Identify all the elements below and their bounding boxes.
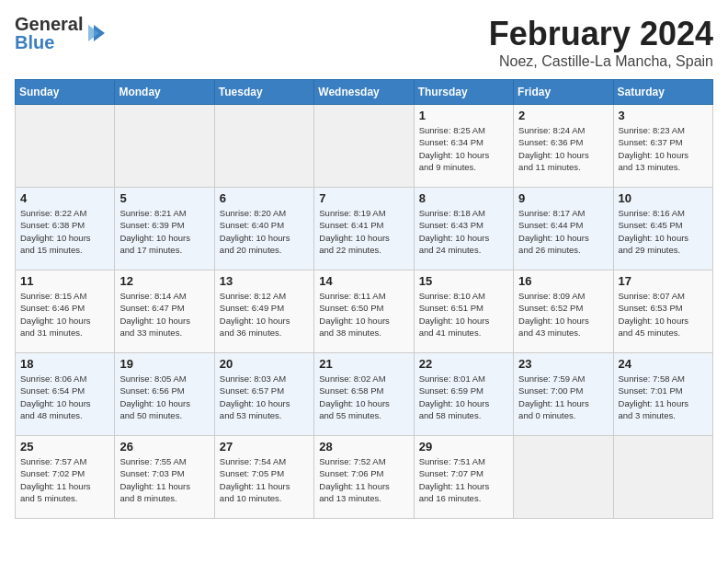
day-info: Sunrise: 7:58 AMSunset: 7:01 PMDaylight:…: [619, 373, 708, 421]
day-number: 19: [119, 357, 209, 371]
month-title: February 2024: [489, 15, 713, 53]
col-header-saturday: Saturday: [613, 80, 712, 105]
calendar-cell: 8Sunrise: 8:18 AMSunset: 6:43 PMDaylight…: [414, 188, 513, 270]
day-info: Sunrise: 8:09 AMSunset: 6:52 PMDaylight:…: [518, 290, 608, 339]
calendar-cell: 1Sunrise: 8:25 AMSunset: 6:34 PMDaylight…: [414, 105, 513, 188]
calendar-cell: [115, 105, 214, 188]
calendar-cell: 3Sunrise: 8:23 AMSunset: 6:37 PMDaylight…: [613, 105, 712, 188]
calendar-cell: 12Sunrise: 8:14 AMSunset: 6:47 PMDayligh…: [115, 270, 214, 353]
col-header-wednesday: Wednesday: [314, 80, 414, 105]
col-header-friday: Friday: [514, 80, 613, 105]
calendar-cell: 23Sunrise: 7:59 AMSunset: 7:00 PMDayligh…: [514, 353, 613, 436]
day-number: 3: [619, 109, 708, 122]
calendar-cell: 18Sunrise: 8:06 AMSunset: 6:54 PMDayligh…: [16, 353, 115, 436]
header: General Blue February 2024 Noez, Castill…: [15, 15, 713, 70]
day-info: Sunrise: 8:20 AMSunset: 6:40 PMDaylight:…: [220, 207, 309, 256]
calendar-cell: 15Sunrise: 8:10 AMSunset: 6:51 PMDayligh…: [414, 270, 513, 353]
calendar-cell: 2Sunrise: 8:24 AMSunset: 6:36 PMDaylight…: [514, 105, 613, 188]
day-number: 20: [220, 357, 309, 371]
day-info: Sunrise: 8:03 AMSunset: 6:57 PMDaylight:…: [220, 373, 309, 421]
calendar-cell: 28Sunrise: 7:52 AMSunset: 7:06 PMDayligh…: [314, 436, 414, 519]
day-info: Sunrise: 8:15 AMSunset: 6:46 PMDaylight:…: [20, 290, 109, 339]
day-info: Sunrise: 7:51 AMSunset: 7:07 PMDaylight:…: [419, 455, 508, 504]
day-info: Sunrise: 8:11 AMSunset: 6:50 PMDaylight:…: [319, 290, 408, 339]
day-number: 16: [518, 274, 608, 288]
calendar-cell: 29Sunrise: 7:51 AMSunset: 7:07 PMDayligh…: [414, 436, 513, 519]
calendar-cell: 21Sunrise: 8:02 AMSunset: 6:58 PMDayligh…: [314, 353, 414, 436]
day-info: Sunrise: 7:59 AMSunset: 7:00 PMDaylight:…: [518, 373, 608, 421]
day-number: 8: [419, 191, 508, 205]
col-header-tuesday: Tuesday: [214, 80, 313, 105]
day-number: 22: [419, 357, 508, 371]
calendar-cell: 17Sunrise: 8:07 AMSunset: 6:53 PMDayligh…: [613, 270, 712, 353]
day-number: 10: [619, 191, 708, 205]
day-info: Sunrise: 8:25 AMSunset: 6:34 PMDaylight:…: [419, 124, 508, 173]
calendar-cell: [514, 436, 613, 519]
calendar-cell: 5Sunrise: 8:21 AMSunset: 6:39 PMDaylight…: [115, 188, 214, 270]
calendar-cell: 13Sunrise: 8:12 AMSunset: 6:49 PMDayligh…: [214, 270, 313, 353]
logo-general: General: [15, 15, 83, 33]
day-info: Sunrise: 8:14 AMSunset: 6:47 PMDaylight:…: [119, 290, 209, 339]
day-number: 15: [419, 274, 508, 288]
day-number: 21: [319, 357, 408, 371]
logo-blue: Blue: [15, 33, 83, 52]
day-number: 13: [220, 274, 309, 288]
day-info: Sunrise: 8:07 AMSunset: 6:53 PMDaylight:…: [619, 290, 708, 339]
day-number: 27: [220, 440, 309, 454]
day-number: 2: [518, 109, 608, 122]
day-number: 23: [518, 357, 608, 371]
day-number: 12: [119, 274, 209, 288]
calendar-cell: 26Sunrise: 7:55 AMSunset: 7:03 PMDayligh…: [115, 436, 214, 519]
day-info: Sunrise: 8:22 AMSunset: 6:38 PMDaylight:…: [20, 207, 109, 256]
calendar-cell: 22Sunrise: 8:01 AMSunset: 6:59 PMDayligh…: [414, 353, 513, 436]
calendar-cell: 20Sunrise: 8:03 AMSunset: 6:57 PMDayligh…: [214, 353, 313, 436]
day-info: Sunrise: 7:57 AMSunset: 7:02 PMDaylight:…: [20, 455, 109, 504]
calendar-cell: [16, 105, 115, 188]
day-info: Sunrise: 8:19 AMSunset: 6:41 PMDaylight:…: [319, 207, 408, 256]
calendar-cell: 24Sunrise: 7:58 AMSunset: 7:01 PMDayligh…: [613, 353, 712, 436]
day-info: Sunrise: 8:23 AMSunset: 6:37 PMDaylight:…: [619, 124, 708, 173]
col-header-sunday: Sunday: [16, 80, 115, 105]
day-info: Sunrise: 8:17 AMSunset: 6:44 PMDaylight:…: [518, 207, 608, 256]
day-number: 9: [518, 191, 608, 205]
title-section: February 2024 Noez, Castille-La Mancha, …: [489, 15, 713, 70]
calendar-cell: 14Sunrise: 8:11 AMSunset: 6:50 PMDayligh…: [314, 270, 414, 353]
day-number: 5: [119, 191, 209, 205]
col-header-monday: Monday: [115, 80, 214, 105]
day-info: Sunrise: 7:55 AMSunset: 7:03 PMDaylight:…: [119, 455, 209, 504]
day-number: 1: [419, 109, 508, 122]
day-info: Sunrise: 8:05 AMSunset: 6:56 PMDaylight:…: [119, 373, 209, 421]
calendar-cell: 7Sunrise: 8:19 AMSunset: 6:41 PMDaylight…: [314, 188, 414, 270]
calendar-cell: 27Sunrise: 7:54 AMSunset: 7:05 PMDayligh…: [214, 436, 313, 519]
calendar-cell: [214, 105, 313, 188]
day-info: Sunrise: 8:21 AMSunset: 6:39 PMDaylight:…: [119, 207, 209, 256]
day-info: Sunrise: 7:52 AMSunset: 7:06 PMDaylight:…: [319, 455, 408, 504]
day-number: 25: [20, 440, 109, 454]
calendar-cell: 16Sunrise: 8:09 AMSunset: 6:52 PMDayligh…: [514, 270, 613, 353]
day-number: 24: [619, 357, 708, 371]
day-number: 28: [319, 440, 408, 454]
day-number: 17: [619, 274, 708, 288]
calendar-cell: 10Sunrise: 8:16 AMSunset: 6:45 PMDayligh…: [613, 188, 712, 270]
calendar-cell: [314, 105, 414, 188]
day-info: Sunrise: 8:02 AMSunset: 6:58 PMDaylight:…: [319, 373, 408, 421]
col-header-thursday: Thursday: [414, 80, 513, 105]
day-number: 7: [319, 191, 408, 205]
calendar-cell: 25Sunrise: 7:57 AMSunset: 7:02 PMDayligh…: [16, 436, 115, 519]
day-number: 11: [20, 274, 109, 288]
day-number: 6: [220, 191, 309, 205]
calendar-cell: [613, 436, 712, 519]
day-number: 29: [419, 440, 508, 454]
day-info: Sunrise: 8:12 AMSunset: 6:49 PMDaylight:…: [220, 290, 309, 339]
calendar-table: SundayMondayTuesdayWednesdayThursdayFrid…: [15, 79, 713, 519]
day-number: 18: [20, 357, 109, 371]
day-number: 4: [20, 191, 109, 205]
calendar-cell: 9Sunrise: 8:17 AMSunset: 6:44 PMDaylight…: [514, 188, 613, 270]
day-info: Sunrise: 8:10 AMSunset: 6:51 PMDaylight:…: [419, 290, 508, 339]
calendar-cell: 19Sunrise: 8:05 AMSunset: 6:56 PMDayligh…: [115, 353, 214, 436]
day-info: Sunrise: 8:06 AMSunset: 6:54 PMDaylight:…: [20, 373, 109, 421]
logo-icon: [86, 23, 107, 43]
calendar-cell: 6Sunrise: 8:20 AMSunset: 6:40 PMDaylight…: [214, 188, 313, 270]
calendar-cell: 4Sunrise: 8:22 AMSunset: 6:38 PMDaylight…: [16, 188, 115, 270]
day-number: 14: [319, 274, 408, 288]
